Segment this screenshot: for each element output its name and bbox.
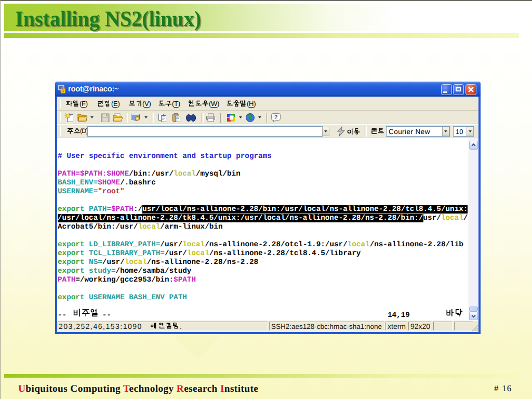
- svg-text:?: ?: [274, 114, 278, 121]
